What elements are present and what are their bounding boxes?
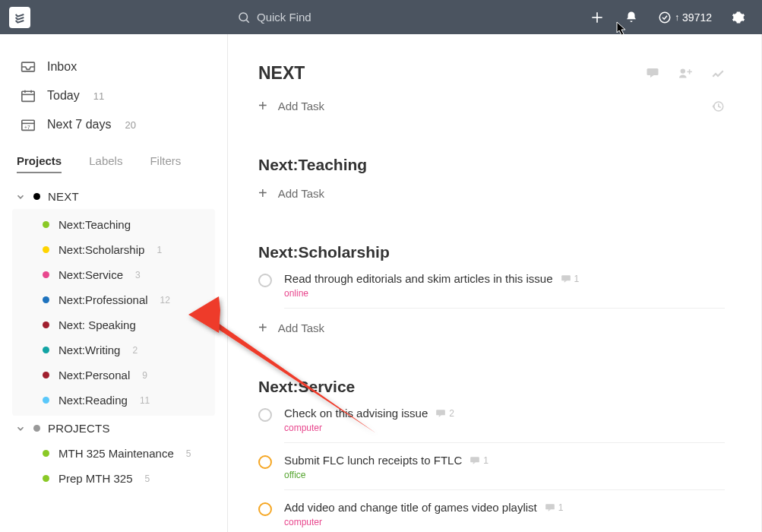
project-count: 5: [145, 473, 150, 484]
add-icon[interactable]: [590, 10, 605, 25]
chevron-down-icon: [15, 423, 26, 434]
svg-point-0: [239, 13, 248, 21]
karma-icon: [658, 11, 672, 24]
search-placeholder: Quick Find: [257, 11, 311, 24]
gear-icon[interactable]: [732, 11, 745, 24]
karma-indicator[interactable]: ↑ 39712: [658, 11, 712, 24]
task-row[interactable]: Submit FLC lunch receipts to FTLC 1 offi…: [258, 443, 725, 490]
sidebar-item-inbox[interactable]: Inbox: [12, 52, 215, 81]
section-title: Next:Scholarship: [258, 243, 725, 261]
task-tag[interactable]: online: [284, 288, 725, 299]
task-comment-count: 1: [483, 455, 489, 466]
task-comment-badge[interactable]: 1: [545, 502, 564, 513]
project-dot: [43, 397, 49, 404]
bell-icon[interactable]: [624, 11, 638, 24]
svg-marker-24: [473, 462, 476, 464]
section-title: Next:Service: [258, 378, 725, 396]
project-group-label: NEXT: [48, 190, 79, 203]
project-dot: [43, 372, 49, 378]
svg-point-4: [659, 12, 670, 23]
svg-marker-26: [548, 509, 551, 511]
chevron-down-icon: [15, 192, 26, 202]
project-dot: [43, 271, 49, 278]
task-row[interactable]: Add video and change title of games vide…: [258, 490, 725, 532]
project-item[interactable]: MTH 325 Maintenance 5: [12, 441, 215, 466]
project-item[interactable]: Next:Writing 2: [12, 337, 215, 363]
svg-rect-6: [22, 91, 34, 101]
tools-icon[interactable]: [711, 67, 725, 81]
task-comment-badge[interactable]: 2: [435, 408, 454, 419]
project-item[interactable]: Next:Service 3: [12, 262, 215, 287]
project-item[interactable]: Next:Reading 11: [12, 388, 215, 413]
project-label: Next:Service: [58, 268, 123, 281]
comment-icon[interactable]: [646, 67, 659, 79]
project-group-header[interactable]: NEXT: [12, 184, 215, 209]
project-dot: [33, 425, 40, 432]
tab-filters[interactable]: Filters: [150, 154, 181, 173]
task-row[interactable]: Check on this advising issue 2 computer: [258, 396, 725, 443]
project-count: 1: [157, 245, 162, 255]
task-row[interactable]: Read through editorials and skim article…: [258, 261, 725, 309]
project-item[interactable]: Next:Personal 9: [12, 363, 215, 388]
tab-projects[interactable]: Projects: [17, 154, 62, 173]
task-checkbox[interactable]: [258, 455, 272, 469]
plus-icon: +: [258, 97, 267, 115]
project-group-label: PROJECTS: [48, 422, 110, 435]
task-checkbox[interactable]: [258, 502, 272, 516]
task-tag[interactable]: office: [284, 470, 725, 480]
svg-rect-23: [470, 457, 479, 462]
task-checkbox[interactable]: [258, 274, 272, 287]
sidebar-item-label: Today: [47, 89, 80, 103]
project-label: Next:Personal: [58, 369, 130, 382]
project-dot: [43, 221, 49, 228]
comment-icon: [470, 456, 480, 465]
task-comment-badge[interactable]: 1: [470, 455, 489, 466]
task-tag[interactable]: computer: [284, 423, 725, 433]
project-item[interactable]: Next:Professional 12: [12, 287, 215, 312]
search-input[interactable]: Quick Find: [237, 11, 590, 24]
sidebar-item-today[interactable]: Today 11: [12, 81, 215, 110]
plus-icon: +: [258, 319, 267, 337]
project-dot: [43, 321, 49, 328]
karma-count: 39712: [682, 11, 712, 24]
add-task-label: Add Task: [278, 321, 324, 334]
task-title: Submit FLC lunch receipts to FTLC: [284, 454, 462, 467]
task-title: Add video and change title of games vide…: [284, 501, 537, 514]
svg-rect-19: [561, 275, 571, 280]
project-item[interactable]: Next:Teaching: [12, 212, 215, 237]
task-comment-count: 2: [449, 408, 454, 419]
section-title: Next:Teaching: [258, 156, 725, 174]
project-dot: [43, 347, 49, 353]
sidebar-item-count: 11: [93, 90, 104, 102]
svg-rect-25: [545, 504, 555, 509]
app-logo[interactable]: [9, 7, 30, 28]
project-dot: [43, 296, 49, 303]
sidebar-item-count: 20: [125, 119, 135, 131]
add-task-button[interactable]: +Add Task: [258, 309, 725, 350]
task-comment-badge[interactable]: 1: [561, 274, 580, 284]
add-task-button[interactable]: + Add Task: [258, 84, 725, 128]
task-title: Check on this advising issue: [284, 407, 428, 420]
add-task-button[interactable]: +Add Task: [258, 174, 725, 216]
project-dot: [43, 475, 49, 482]
history-icon[interactable]: [711, 100, 725, 113]
share-icon[interactable]: [678, 67, 693, 79]
sidebar-item-label: Next 7 days: [47, 118, 111, 131]
project-group-header[interactable]: PROJECTS: [12, 416, 215, 441]
sidebar-item-next7[interactable]: +7 Next 7 days 20: [12, 110, 215, 139]
project-item[interactable]: Prep MTH 325 5: [12, 466, 215, 491]
tab-labels[interactable]: Labels: [89, 154, 122, 173]
plus-icon: +: [258, 185, 267, 202]
svg-line-1: [246, 20, 248, 22]
project-item[interactable]: Next: Speaking: [12, 312, 215, 337]
task-checkbox[interactable]: [258, 408, 272, 422]
project-dot: [33, 193, 40, 200]
search-icon: [237, 11, 251, 24]
svg-rect-21: [436, 410, 445, 415]
svg-marker-22: [439, 415, 442, 416]
svg-marker-20: [564, 280, 567, 282]
project-count: 11: [140, 395, 150, 406]
project-label: Next:Reading: [58, 394, 128, 407]
task-tag[interactable]: computer: [284, 517, 725, 527]
project-item[interactable]: Next:Scholarship 1: [12, 237, 215, 262]
